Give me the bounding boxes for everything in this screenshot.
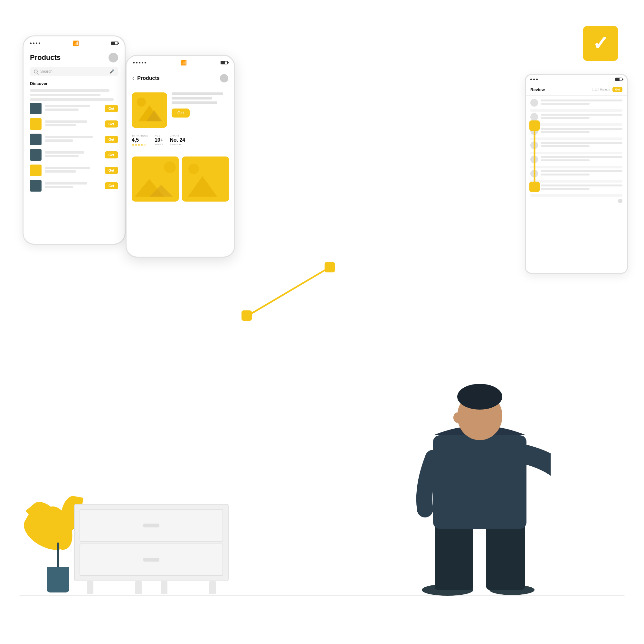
review-line [541,103,590,105]
reviewer-avatar [530,127,538,135]
chart-label: CHART [170,134,185,137]
filing-cabinet [74,504,229,594]
svg-point-3 [137,98,146,107]
featured-details: Get [172,92,229,128]
stat-chart: CHART No. 24 Adventure [170,134,185,147]
reviewer-avatar [530,170,538,177]
get-button[interactable]: Get [105,136,118,143]
person-illustration [415,365,551,596]
get-button[interactable]: Get [105,120,118,128]
featured-image [132,92,167,128]
divider [530,109,622,112]
ratings-value: 4,5 [132,137,148,143]
battery-icon [615,78,622,81]
back-button[interactable]: ‹ [132,75,134,81]
product-thumbnail [30,180,42,192]
get-button-tablet[interactable]: Get [612,87,622,92]
reviewer-avatar [530,141,538,149]
product-item: Get [30,118,118,130]
review-line [541,174,590,175]
age-label: AGE [155,134,163,137]
phone-left-mockup: 📶 Products Search 🎤 Discover [23,35,126,245]
svg-rect-15 [241,310,252,321]
discover-label: Discover [30,81,118,86]
gallery-grid [132,156,229,202]
tablet-header: Review 1,114 Ratings Get [526,84,627,96]
tablet-right-mockup: Review 1,114 Ratings Get [525,74,628,274]
product-thumbnail [30,134,42,145]
stats-row: 15 RATINGS 4,5 ★★★★☆ AGE 10+ YEARS CHART… [132,134,229,151]
svg-rect-19 [435,519,473,590]
tablet-title: Review [530,87,545,92]
review-line [541,131,590,133]
get-button[interactable]: Get [105,182,118,189]
phone-left-title: Products [30,53,61,62]
text-line [30,94,100,96]
review-line [541,145,590,147]
image-illustration [132,92,167,128]
svg-point-10 [188,164,199,174]
tablet-status-bar [526,75,627,84]
review-line [541,156,622,158]
gallery-image [182,156,229,202]
divider [530,123,622,126]
product-thumbnail [30,165,42,176]
svg-point-7 [164,161,176,173]
review-item [530,170,622,177]
phone-status-bar: 📶 [24,36,125,50]
cabinet-leg [135,581,142,594]
star-rating: ★★★★☆ [132,143,148,147]
product-item: Get [30,180,118,192]
reviewer-avatar [530,99,538,107]
search-bar[interactable]: Search 🎤 [30,67,118,76]
svg-point-27 [453,412,461,423]
svg-rect-21 [433,435,526,529]
get-button[interactable]: Get [105,151,118,158]
gallery-card-1 [132,156,179,202]
divider [530,137,622,140]
review-line [541,170,622,172]
review-section [526,96,627,206]
get-button-featured[interactable]: Get [172,109,190,118]
reviewer-avatar [530,113,538,121]
phone-dots [30,43,40,44]
gallery-card-2 [182,156,229,202]
review-line [541,114,622,116]
divider [530,180,622,183]
user-avatar [109,53,118,62]
product-thumbnail [30,103,42,114]
phone-center-title: Products [137,75,159,81]
scroll-indicator [618,199,622,203]
user-avatar [220,74,228,82]
product-item: Get [30,165,118,176]
check-badge: ✓ [583,26,618,61]
cabinet-leg [209,581,216,594]
review-line [541,188,590,190]
svg-point-23 [457,384,502,410]
plant-pot [47,567,69,592]
cabinet-leg [161,581,167,594]
battery-icon [111,42,118,45]
ratings-count: 1,114 Ratings [592,88,610,91]
review-line [541,185,622,186]
age-sub: YEARS [155,143,163,146]
gallery-image [132,156,179,202]
chart-sub: Adventure [170,143,185,146]
review-item [530,184,622,192]
reviewer-avatar [530,184,538,192]
review-item [530,141,622,149]
illustration-scene: 📶 Products Search 🎤 Discover [0,0,644,644]
divider [530,152,622,154]
review-line [541,159,590,161]
review-line [541,142,622,144]
age-value: 10+ [155,137,163,143]
get-button[interactable]: Get [105,167,118,174]
stat-ratings: 15 RATINGS 4,5 ★★★★☆ [132,134,148,147]
ratings-label: 15 RATINGS [132,134,148,137]
wifi-icon: 📶 [72,40,79,46]
phone-center-header: ‹ Products [127,70,234,87]
review-line [541,128,622,130]
phone-center-mockup: 📶 ‹ Products [126,55,235,258]
get-button[interactable]: Get [105,105,118,112]
battery-icon [221,61,228,64]
